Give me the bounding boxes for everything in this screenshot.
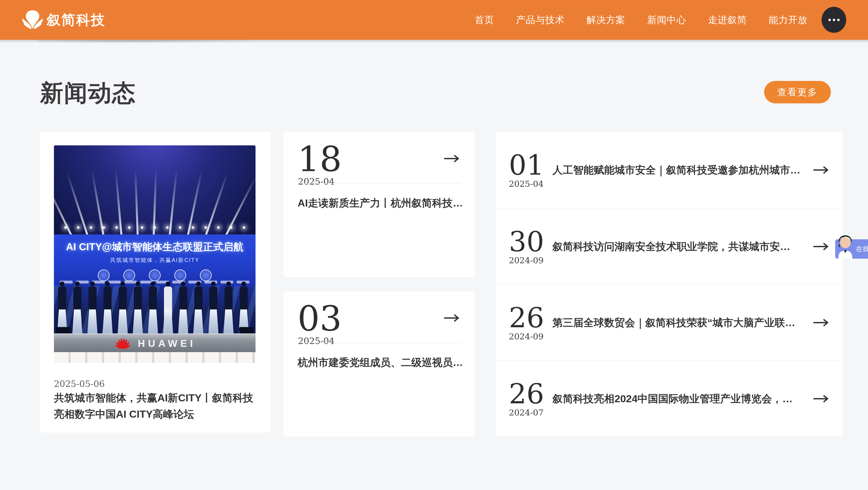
news-card-title: 杭州市建委党组成员、二级巡视员… <box>298 356 462 369</box>
arrow-right-icon[interactable] <box>443 154 460 163</box>
nav-item-open-platform[interactable]: 能力开放 <box>769 13 807 26</box>
news-list-item[interactable]: 30 2024-09 叙简科技访问湖南安全技术职业学院，共谋城市安… <box>496 208 843 285</box>
news-item-day: 30 <box>509 228 552 256</box>
arrow-right-icon[interactable] <box>812 318 829 327</box>
news-card-month: 2025-04 <box>298 336 335 346</box>
section-title: 新闻动态 <box>40 77 136 109</box>
news-item-title: 叙简科技访问湖南安全技术职业学院，共谋城市安… <box>552 240 806 254</box>
arrow-right-icon[interactable] <box>443 314 460 323</box>
ellipsis-icon <box>828 19 840 21</box>
audience-chairs <box>54 352 255 363</box>
news-card-day: 03 <box>298 301 342 336</box>
news-list-panel: 01 2025-04 人工智能赋能城市安全｜叙简科技受邀参加杭州城市… 30 2… <box>496 132 843 436</box>
news-card[interactable]: 03 2025-04 杭州市建委党组成员、二级巡视员… <box>283 291 475 436</box>
news-list-item[interactable]: 26 2024-07 叙简科技亮相2024中国国际物业管理产业博览会，… <box>496 361 843 437</box>
huawei-logo-icon <box>114 337 132 350</box>
online-consult-label: 在线咨询 <box>856 239 868 259</box>
news-item-day: 26 <box>509 304 552 332</box>
online-consult-widget[interactable]: 在线咨询 <box>835 239 868 259</box>
news-item-month: 2024-07 <box>509 408 552 417</box>
screen-banner-subtitle: 共筑城市智能体，共赢AI新CITY <box>54 256 255 264</box>
news-item-month: 2025-04 <box>509 179 552 189</box>
leaf-logo-icon <box>22 9 43 31</box>
featured-news-title: 共筑城市智能体，共赢AI新CITY丨叙简科技亮相数字中国AI CITY高峰论坛 <box>54 390 257 422</box>
main-nav: 首页 产品与技术 解决方案 新闻中心 走进叙简 能力开放 <box>475 0 807 40</box>
news-card-title: AI走读新质生产力丨杭州叙简科技… <box>298 196 462 210</box>
news-item-month: 2024-09 <box>509 256 552 265</box>
stage-lights <box>54 226 255 229</box>
header-shadow-patch <box>37 40 269 42</box>
featured-news-card[interactable]: AI CITY@城市智能体生态联盟正式启航 共筑城市智能体，共赢AI新CITY <box>40 132 271 433</box>
nav-item-about[interactable]: 走进叙简 <box>708 13 747 26</box>
nav-item-home[interactable]: 首页 <box>475 13 494 26</box>
news-item-title: 叙简科技亮相2024中国国际物业管理产业博览会，… <box>552 392 806 406</box>
news-list-item[interactable]: 26 2024-09 第三届全球数贸会｜叙简科技荣获“城市大脑产业联… <box>496 285 843 361</box>
arrow-right-icon[interactable] <box>812 165 829 175</box>
news-card-day: 18 <box>298 142 342 176</box>
featured-news-photo: AI CITY@城市智能体生态联盟正式启航 共筑城市智能体，共赢AI新CITY <box>54 145 255 363</box>
news-item-month: 2024-09 <box>509 332 552 341</box>
news-item-title: 第三届全球数贸会｜叙简科技荣获“城市大脑产业联… <box>552 316 806 330</box>
view-more-button[interactable]: 查看更多 <box>764 81 831 103</box>
news-card-month: 2025-04 <box>298 176 335 187</box>
divider <box>298 342 461 343</box>
screen-banner-title: AI CITY@城市智能体生态联盟正式启航 <box>54 240 255 254</box>
arrow-right-icon[interactable] <box>812 242 829 251</box>
news-item-day: 01 <box>509 151 552 179</box>
featured-news-date: 2025-05-06 <box>54 379 105 389</box>
news-item-day: 26 <box>509 380 552 408</box>
more-menu-button[interactable] <box>822 7 846 33</box>
page: 叙简科技 首页 产品与技术 解决方案 新闻中心 走进叙简 能力开放 新闻动态 查… <box>0 0 868 490</box>
brand-name: 叙简科技 <box>46 10 106 30</box>
divider <box>298 183 461 184</box>
nav-item-solutions[interactable]: 解决方案 <box>587 13 625 26</box>
customer-service-avatar <box>836 233 855 259</box>
arrow-right-icon[interactable] <box>812 394 829 403</box>
screen-emblems <box>54 269 255 281</box>
news-card[interactable]: 18 2025-04 AI走读新质生产力丨杭州叙简科技… <box>283 132 475 277</box>
huawei-wordmark: HUAWEI <box>138 338 196 349</box>
led-screen: AI CITY@城市智能体生态联盟正式启航 共筑城市智能体，共赢AI新CITY <box>54 234 255 286</box>
stage-base: HUAWEI <box>54 333 255 353</box>
nav-item-products[interactable]: 产品与技术 <box>516 13 564 26</box>
news-list-item[interactable]: 01 2025-04 人工智能赋能城市安全｜叙简科技受邀参加杭州城市… <box>496 132 843 208</box>
top-navbar: 叙简科技 首页 产品与技术 解决方案 新闻中心 走进叙简 能力开放 <box>0 0 868 40</box>
nav-item-news[interactable]: 新闻中心 <box>647 13 686 26</box>
news-item-title: 人工智能赋能城市安全｜叙简科技受邀参加杭州城市… <box>552 163 806 177</box>
brand-logo[interactable]: 叙简科技 <box>22 0 106 40</box>
